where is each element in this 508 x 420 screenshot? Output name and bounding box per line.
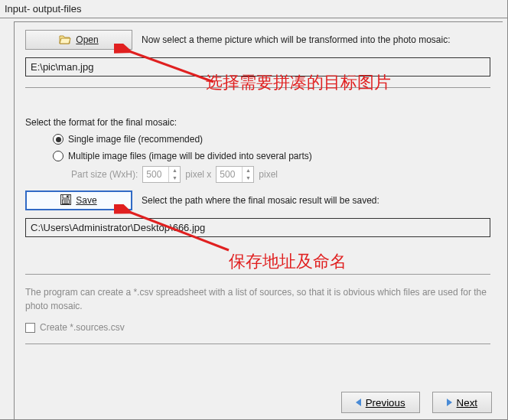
folder-open-icon xyxy=(59,34,71,47)
csv-checkbox-label: Create *.sources.csv xyxy=(40,322,125,333)
arrow-left-icon xyxy=(356,399,361,406)
window-header: Input- output-files xyxy=(0,0,507,18)
format-label: Select the format for the final mosaic: xyxy=(25,117,492,128)
wizard-nav: Previous Next xyxy=(341,392,492,413)
annotation-output: 保存地址及命名 xyxy=(229,250,347,273)
checkbox-icon xyxy=(25,323,35,333)
open-row: Open Now select a theme picture which wi… xyxy=(25,30,492,50)
part-size-label: Part size (WxH): xyxy=(71,169,138,180)
csv-description: The program can create a *.csv spreadshe… xyxy=(25,285,490,313)
open-button-label: Open xyxy=(76,34,98,45)
svg-rect-3 xyxy=(67,195,68,197)
part-height-value: 500 xyxy=(217,167,243,182)
previous-button[interactable]: Previous xyxy=(341,392,420,413)
save-row: Save Select the path where the final mos… xyxy=(25,190,492,210)
divider-2 xyxy=(25,274,490,275)
save-instruction: Select the path where the final mosaic r… xyxy=(142,195,379,206)
floppy-disk-icon xyxy=(60,194,71,207)
svg-rect-4 xyxy=(63,200,70,204)
radio-icon-selected xyxy=(53,134,64,145)
divider-3 xyxy=(25,343,490,344)
main-panel: Open Now select a theme picture which wi… xyxy=(14,21,503,419)
open-instruction: Now select a theme picture which will be… xyxy=(142,34,451,45)
divider-1 xyxy=(25,87,490,88)
open-button[interactable]: Open xyxy=(25,30,132,50)
radio-icon-unselected xyxy=(53,151,64,161)
part-width-value: 500 xyxy=(143,167,169,182)
spinner-arrows-icon: ▲▼ xyxy=(243,167,253,182)
part-height-spinner[interactable]: 500 ▲▼ xyxy=(216,166,254,183)
save-button-label: Save xyxy=(76,195,96,206)
pixel-x-label: pixel x xyxy=(185,169,211,180)
next-button[interactable]: Next xyxy=(432,392,492,413)
next-label: Next xyxy=(457,397,477,409)
window-title: Input- output-files xyxy=(5,3,81,15)
radio-single[interactable]: Single image file (recommended) xyxy=(25,134,492,145)
csv-checkbox-row[interactable]: Create *.sources.csv xyxy=(25,322,492,333)
radio-multiple[interactable]: Multiple image files (image will be divi… xyxy=(25,151,492,161)
previous-label: Previous xyxy=(366,397,405,409)
radio-single-label: Single image file (recommended) xyxy=(68,134,203,145)
radio-multiple-label: Multiple image files (image will be divi… xyxy=(68,151,312,161)
arrow-right-icon xyxy=(447,399,452,406)
save-button[interactable]: Save xyxy=(25,190,132,210)
input-path-field[interactable]: E:\pic\man.jpg xyxy=(25,57,490,77)
spinner-arrows-icon: ▲▼ xyxy=(169,167,180,182)
output-path-field[interactable]: C:\Users\Administrator\Desktop\666.jpg xyxy=(25,218,490,237)
pixel-label: pixel xyxy=(259,169,278,180)
part-width-spinner[interactable]: 500 ▲▼ xyxy=(142,166,181,183)
part-size-row: Part size (WxH): 500 ▲▼ pixel x 500 ▲▼ p… xyxy=(25,166,492,183)
